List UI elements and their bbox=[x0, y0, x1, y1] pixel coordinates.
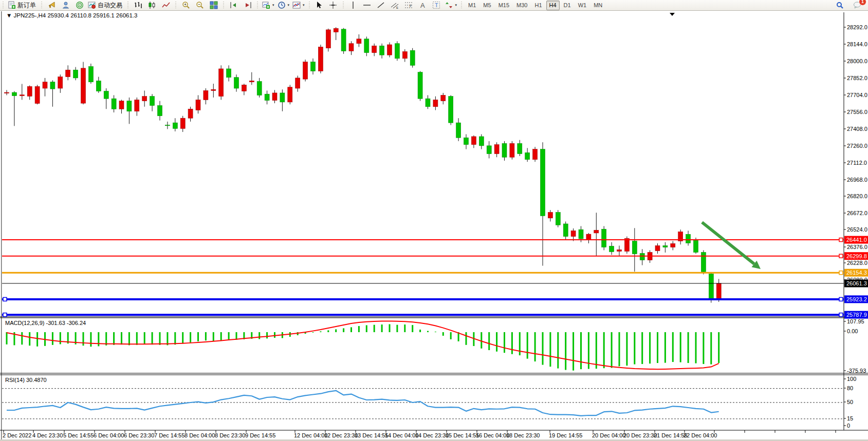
line-chart-button[interactable] bbox=[159, 0, 173, 11]
time-axis-label: 16 Dec 04:00 bbox=[476, 432, 509, 438]
ohlc-values: 25930.4 26110.8 25916.1 26061.3 bbox=[47, 12, 137, 18]
timeframe-w1-button[interactable]: W1 bbox=[575, 1, 590, 10]
crosshair-icon bbox=[329, 1, 337, 9]
time-axis-label: 13 Dec 14:55 bbox=[355, 432, 388, 438]
time-axis-label: 20 Dec 04:00 bbox=[592, 432, 625, 438]
time-axis-label: 6 Dec 04:00 bbox=[94, 432, 124, 438]
person-icon bbox=[62, 1, 70, 9]
line-handle[interactable] bbox=[839, 238, 843, 242]
macd-axis-label: -375.93 bbox=[847, 368, 866, 374]
autotrading-button-label: 自动交易 bbox=[98, 1, 123, 10]
toolbar-separator bbox=[127, 2, 130, 9]
candlestick-chart-button[interactable] bbox=[145, 0, 159, 11]
candle-body bbox=[150, 97, 155, 106]
fibonacci-button[interactable]: F bbox=[402, 0, 416, 11]
time-axis-label: 9 Dec 14:55 bbox=[245, 432, 275, 438]
new-chart-button[interactable]: ▾ bbox=[261, 0, 276, 11]
chart-window[interactable]: 28292.028144.028000.027852.027704.027556… bbox=[0, 0, 868, 441]
candle-body bbox=[272, 93, 277, 101]
chart-canvas[interactable]: 28292.028144.028000.027852.027704.027556… bbox=[0, 0, 868, 441]
candle-body bbox=[617, 250, 622, 251]
rsi-axis-label: 0 bbox=[847, 423, 850, 429]
announcements-button[interactable] bbox=[45, 0, 59, 11]
candle-body bbox=[104, 91, 108, 99]
candle-body bbox=[296, 78, 300, 88]
toolbar-separator bbox=[175, 2, 177, 9]
zoom-out-button[interactable] bbox=[193, 0, 207, 11]
equidistant-channel-button[interactable]: E bbox=[388, 0, 402, 11]
line-handle[interactable] bbox=[839, 297, 843, 301]
rsi-axis-label: 50 bbox=[847, 399, 853, 405]
autotrading-button[interactable]: 自动交易 bbox=[86, 0, 125, 11]
price-axis-label: 26968.0 bbox=[847, 177, 867, 183]
toolbar-separator bbox=[308, 2, 311, 9]
candle-body bbox=[66, 70, 70, 76]
macd-axis-label: 107.95 bbox=[847, 318, 864, 324]
timeframe-m5-button[interactable]: M5 bbox=[480, 1, 494, 10]
community-button[interactable] bbox=[59, 0, 72, 11]
arrows-button[interactable]: ▾ bbox=[444, 0, 459, 11]
candle-body bbox=[58, 77, 63, 88]
timeframe-d1-button[interactable]: D1 bbox=[561, 1, 574, 10]
svg-text:F: F bbox=[410, 4, 412, 8]
line-handle[interactable] bbox=[839, 254, 843, 258]
rsi-axis-label: 15 bbox=[847, 415, 853, 421]
auto-scroll-button[interactable] bbox=[241, 0, 254, 11]
zoom-in-button[interactable] bbox=[179, 0, 193, 11]
svg-text:T: T bbox=[435, 2, 438, 8]
timeframe-mn-button[interactable]: MN bbox=[590, 1, 605, 10]
candle-body bbox=[510, 143, 514, 157]
candle-body bbox=[671, 243, 675, 247]
time-axis-label: 21 Dec 14:55 bbox=[654, 432, 687, 438]
chart-shift-button[interactable] bbox=[227, 0, 241, 11]
candle-body bbox=[234, 78, 239, 88]
candle-body bbox=[265, 94, 269, 100]
timeframe-h4-button[interactable]: H4 bbox=[546, 1, 560, 10]
chat-unread-badge: 1 bbox=[859, 0, 866, 6]
price-axis-label: 28292.0 bbox=[847, 24, 867, 30]
price-axis-label: 27260.0 bbox=[847, 143, 867, 149]
text-label-button[interactable]: T bbox=[430, 0, 444, 11]
candle-body bbox=[410, 50, 415, 65]
new-order-button[interactable]: 新订单 bbox=[6, 0, 39, 11]
bar-chart-button[interactable] bbox=[131, 0, 145, 11]
hline-icon bbox=[363, 1, 371, 9]
time-axis-label: 5 Dec 14:55 bbox=[63, 432, 94, 438]
template-button[interactable]: ▾ bbox=[291, 0, 306, 11]
candle-body bbox=[88, 67, 93, 82]
line-handle[interactable] bbox=[3, 297, 7, 301]
time-axis-label: 6 Dec 23:30 bbox=[124, 432, 154, 438]
candle-body bbox=[502, 143, 507, 157]
candle-body bbox=[334, 28, 338, 32]
candle-body bbox=[602, 229, 606, 247]
period-button[interactable]: ▾ bbox=[276, 0, 291, 11]
search-button[interactable] bbox=[833, 0, 847, 11]
candle-body bbox=[479, 137, 484, 146]
timeframe-m1-button[interactable]: M1 bbox=[465, 1, 479, 10]
candle-body bbox=[586, 234, 591, 240]
crosshair-button[interactable] bbox=[326, 0, 340, 11]
tile-windows-button[interactable] bbox=[207, 0, 220, 11]
line-handle[interactable] bbox=[839, 313, 843, 317]
line-handle[interactable] bbox=[3, 313, 7, 317]
timeframe-m30-button[interactable]: M30 bbox=[513, 1, 530, 10]
candle-body bbox=[533, 149, 538, 160]
horizontal-line-button[interactable] bbox=[360, 0, 374, 11]
line-handle[interactable] bbox=[839, 271, 843, 275]
cursor-button[interactable] bbox=[312, 0, 326, 11]
candle-body bbox=[487, 146, 491, 154]
chat-button[interactable]: 1 bbox=[850, 0, 864, 11]
candle-body bbox=[249, 81, 254, 82]
chevron-down-icon: ▾ bbox=[288, 3, 290, 7]
bars-icon bbox=[134, 1, 142, 9]
signals-button[interactable] bbox=[72, 0, 86, 11]
text-button[interactable]: A bbox=[416, 0, 430, 11]
price-badge-label: 25787.9 bbox=[846, 312, 867, 318]
trendline-button[interactable] bbox=[374, 0, 388, 11]
price-axis-label: 27852.0 bbox=[847, 75, 867, 81]
timeframe-h1-button[interactable]: H1 bbox=[531, 1, 545, 10]
vertical-line-button[interactable] bbox=[346, 0, 360, 11]
price-axis-label: 27112.0 bbox=[847, 160, 867, 166]
symbol-period-label: JPN225-,H4 bbox=[14, 12, 48, 18]
timeframe-m15-button[interactable]: M15 bbox=[495, 1, 512, 10]
